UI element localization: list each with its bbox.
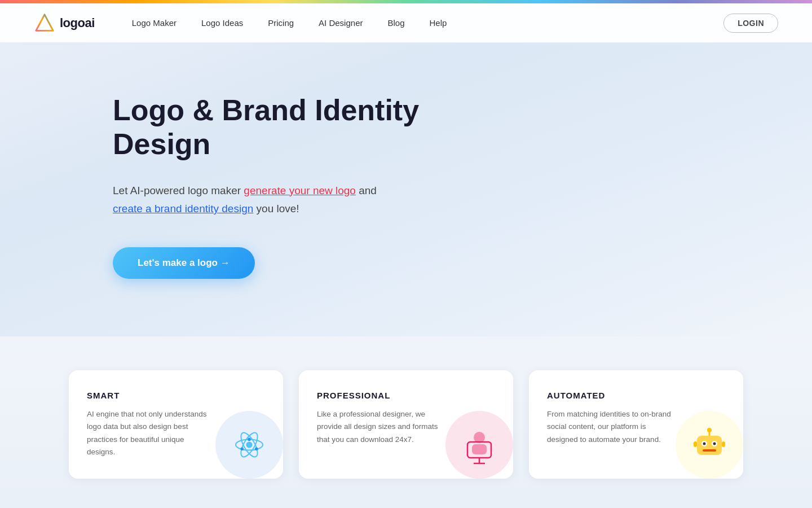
hero-subtitle-suffix: you love! <box>253 203 299 214</box>
svg-point-1 <box>246 441 252 448</box>
feature-desc-smart: AI engine that not only understands logo… <box>87 408 211 458</box>
nav-pricing[interactable]: Pricing <box>258 14 304 32</box>
hero-subtitle: Let AI-powered logo maker generate your … <box>113 182 429 218</box>
generate-logo-link[interactable]: generate your new logo <box>244 185 356 196</box>
svg-point-15 <box>707 428 712 432</box>
atom-icon <box>231 427 267 463</box>
nav-help[interactable]: Help <box>420 14 457 32</box>
svg-rect-20 <box>703 449 716 452</box>
hero-section: Logo & Brand Identity Design Let AI-powe… <box>0 43 812 336</box>
nav-logo-maker[interactable]: Logo Maker <box>122 14 187 32</box>
svg-point-17 <box>703 443 706 445</box>
feature-desc-automated: From matching identities to on-brand soc… <box>547 408 671 446</box>
feature-card-automated: AUTOMATED From matching identities to on… <box>529 370 743 479</box>
nav-logo-ideas[interactable]: Logo Ideas <box>191 14 253 32</box>
robot-icon <box>689 424 730 465</box>
logo[interactable]: logoai <box>34 12 95 34</box>
feature-title-smart: SMART <box>87 391 265 400</box>
hero-subtitle-middle: and <box>356 185 377 196</box>
professional-icon-area <box>445 411 513 479</box>
svg-rect-9 <box>472 444 487 454</box>
logo-text: logoai <box>60 16 95 30</box>
feature-title-automated: AUTOMATED <box>547 391 725 400</box>
smart-icon-area <box>215 411 283 479</box>
feature-title-professional: PROFESSIONAL <box>317 391 495 400</box>
designer-icon <box>460 425 499 465</box>
brand-identity-link[interactable]: create a brand identity design <box>113 203 253 214</box>
svg-rect-21 <box>694 441 697 447</box>
logo-icon <box>34 12 55 34</box>
svg-marker-0 <box>36 14 53 30</box>
svg-point-6 <box>255 447 258 450</box>
header: logoai Logo Maker Logo Ideas Pricing AI … <box>0 3 812 43</box>
make-logo-button[interactable]: Let's make a logo → <box>113 247 255 279</box>
hero-title: Logo & Brand Identity Design <box>113 94 508 161</box>
automated-icon-area <box>676 411 743 479</box>
feature-desc-professional: Like a professional designer, we provide… <box>317 408 441 446</box>
hero-subtitle-prefix: Let AI-powered logo maker <box>113 185 244 196</box>
main-nav: Logo Maker Logo Ideas Pricing AI Designe… <box>122 14 723 32</box>
svg-point-19 <box>713 443 716 445</box>
login-button[interactable]: LOGIN <box>723 14 778 33</box>
svg-rect-13 <box>697 436 722 455</box>
nav-ai-designer[interactable]: AI Designer <box>308 14 373 32</box>
feature-card-smart: SMART AI engine that not only understand… <box>69 370 283 479</box>
nav-blog[interactable]: Blog <box>377 14 414 32</box>
svg-point-5 <box>248 438 251 441</box>
svg-rect-22 <box>722 441 725 447</box>
features-section: SMART AI engine that not only understand… <box>0 336 812 508</box>
feature-card-professional: PROFESSIONAL Like a professional designe… <box>299 370 513 479</box>
svg-point-7 <box>240 447 244 450</box>
